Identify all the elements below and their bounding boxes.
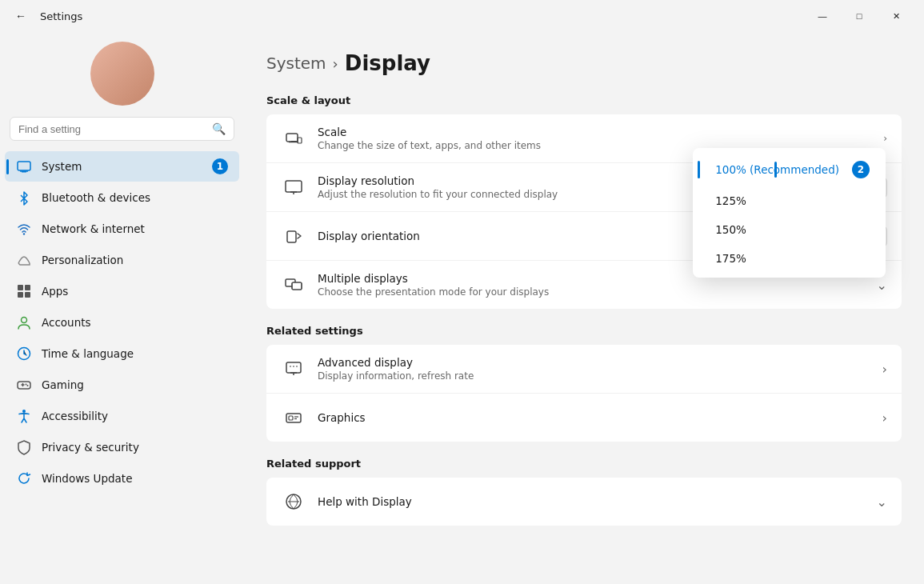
privacy-icon — [16, 439, 32, 455]
sidebar-label-system: System — [42, 160, 82, 173]
section-related: Related settings — [266, 325, 902, 337]
scale-badge: 2 — [852, 161, 870, 178]
svg-rect-25 — [286, 362, 301, 373]
sidebar-label-gaming: Gaming — [42, 378, 84, 391]
sidebar-label-personalization: Personalization — [42, 254, 123, 266]
sidebar-label-network: Network & internet — [42, 222, 145, 235]
search-input[interactable] — [18, 123, 206, 135]
app-title: Settings — [40, 10, 82, 22]
sidebar-label-apps: Apps — [42, 285, 68, 298]
app-body: 🔍 System 1 — [0, 32, 924, 584]
help-chevron: ⌄ — [877, 494, 887, 510]
scale-title: Scale — [318, 126, 883, 138]
breadcrumb-system[interactable]: System — [266, 54, 326, 73]
gaming-icon — [16, 377, 32, 393]
graphics-icon — [281, 405, 306, 430]
scale-option-100[interactable]: 100% (Recommended) 2 — [693, 153, 886, 186]
help-display-row[interactable]: Help with Display ⌄ — [266, 478, 902, 526]
titlebar: ← Settings — □ ✕ — [0, 0, 924, 32]
related-settings-card: Advanced display Display information, re… — [266, 345, 902, 442]
scale-option-100-label: 100% (Recommended) — [715, 163, 839, 176]
svg-rect-14 — [286, 134, 298, 142]
avatar — [90, 42, 154, 106]
apps-icon — [16, 283, 32, 299]
advanced-display-title: Advanced display — [318, 356, 882, 369]
svg-rect-7 — [25, 292, 30, 298]
back-button[interactable]: ← — [10, 5, 32, 27]
scale-option-150-label: 150% — [715, 223, 746, 236]
sidebar-label-privacy: Privacy & security — [42, 441, 139, 454]
accounts-icon — [16, 314, 32, 330]
advanced-chevron: › — [882, 362, 887, 377]
sidebar-item-gaming[interactable]: Gaming — [5, 370, 239, 400]
resolution-title: Display resolution — [318, 174, 695, 187]
svg-point-3 — [23, 233, 25, 234]
multiple-displays-control: ⌄ — [877, 278, 887, 293]
sidebar-item-accessibility[interactable]: Accessibility — [5, 401, 239, 431]
sidebar: 🔍 System 1 — [0, 32, 244, 584]
svg-rect-23 — [292, 282, 302, 290]
multiple-displays-icon — [281, 272, 306, 298]
time-icon — [16, 346, 32, 362]
scale-option-175-label: 175% — [715, 252, 746, 265]
sidebar-item-network[interactable]: Network & internet — [5, 214, 239, 244]
sidebar-item-apps[interactable]: Apps — [5, 276, 239, 306]
graphics-row[interactable]: Graphics › — [266, 394, 902, 442]
scale-option-125-label: 125% — [715, 194, 746, 207]
sidebar-item-accounts[interactable]: Accounts — [5, 307, 239, 338]
sidebar-label-bluetooth: Bluetooth & devices — [42, 191, 150, 204]
breadcrumb-current: Display — [345, 51, 430, 75]
network-icon — [16, 221, 32, 237]
resolution-icon — [281, 174, 306, 200]
sidebar-label-accounts: Accounts — [42, 316, 91, 329]
sidebar-item-update[interactable]: Windows Update — [5, 463, 239, 494]
svg-rect-4 — [18, 285, 23, 290]
orientation-icon — [281, 223, 306, 249]
sidebar-nav: System 1 Bluetooth & devices — [0, 150, 244, 494]
sidebar-item-time[interactable]: Time & language — [5, 338, 239, 369]
personalization-icon — [16, 252, 32, 268]
bluetooth-icon — [16, 190, 32, 206]
scale-dropdown: 100% (Recommended) 2 125% 150% 175% — [693, 148, 886, 278]
sidebar-label-time: Time & language — [42, 347, 134, 360]
svg-rect-5 — [25, 285, 30, 290]
close-button[interactable]: ✕ — [878, 3, 914, 29]
minimize-button[interactable]: — — [804, 3, 841, 29]
sidebar-item-personalization[interactable]: Personalization — [5, 245, 239, 275]
svg-point-13 — [22, 410, 26, 413]
scale-layout-card: Scale Change the size of text, apps, and… — [266, 114, 902, 309]
advanced-display-icon — [281, 356, 306, 382]
breadcrumb-arrow: › — [333, 55, 338, 72]
scale-option-125[interactable]: 125% — [693, 186, 886, 215]
multiple-displays-chevron: ⌄ — [877, 278, 887, 293]
system-icon — [16, 158, 32, 174]
section-scale-layout: Scale & layout — [266, 94, 902, 106]
svg-point-8 — [22, 318, 27, 323]
multiple-displays-desc: Choose the presentation mode for your di… — [318, 286, 877, 298]
maximize-button[interactable]: □ — [841, 3, 878, 29]
scale-control: › — [883, 133, 887, 144]
sidebar-label-accessibility: Accessibility — [42, 410, 108, 422]
sidebar-item-bluetooth[interactable]: Bluetooth & devices — [5, 182, 239, 213]
advanced-display-row[interactable]: Advanced display Display information, re… — [266, 345, 902, 394]
help-icon — [281, 489, 306, 514]
help-control: ⌄ — [877, 494, 887, 510]
advanced-display-control: › — [882, 362, 887, 377]
resolution-desc: Adjust the resolution to fit your connec… — [318, 189, 695, 200]
scale-row[interactable]: Scale Change the size of text, apps, and… — [266, 114, 902, 163]
svg-rect-21 — [287, 231, 296, 242]
section-support: Related support — [266, 458, 902, 470]
svg-rect-30 — [289, 416, 293, 420]
scale-option-175[interactable]: 175% — [693, 244, 886, 273]
svg-point-11 — [26, 384, 27, 386]
scale-icon — [281, 126, 306, 151]
accessibility-icon — [16, 408, 32, 424]
scale-chevron: › — [883, 133, 887, 144]
window-controls: — □ ✕ — [804, 3, 914, 29]
scale-option-150[interactable]: 150% — [693, 215, 886, 244]
sidebar-item-system[interactable]: System 1 — [5, 151, 239, 182]
sidebar-label-update: Windows Update — [42, 472, 132, 485]
search-icon: 🔍 — [212, 122, 226, 135]
main-content: System › Display Scale & layout Scale — [244, 32, 924, 584]
sidebar-item-privacy[interactable]: Privacy & security — [5, 432, 239, 462]
